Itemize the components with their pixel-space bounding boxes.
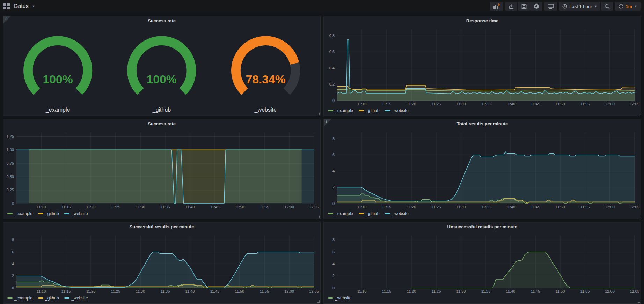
gauge-arc: 78.34% xyxy=(214,27,317,106)
legend-item-_github[interactable]: _github xyxy=(38,296,59,301)
panel-title[interactable]: Successful results per minute xyxy=(3,222,320,232)
svg-text:11:20: 11:20 xyxy=(407,289,416,294)
dashboards-grid-icon[interactable] xyxy=(3,3,10,10)
add-panel-button[interactable] xyxy=(490,2,503,11)
svg-text:1.25: 1.25 xyxy=(7,134,14,139)
panel-info-corner[interactable] xyxy=(324,119,331,127)
legend-swatch xyxy=(359,213,364,214)
gauge-_website: 78.34%_website xyxy=(214,27,317,113)
legend-series-name: _website xyxy=(392,211,408,216)
resize-handle[interactable] xyxy=(317,216,320,218)
resize-handle[interactable] xyxy=(638,113,640,115)
dashboard-title[interactable]: Gatus xyxy=(14,3,29,9)
legend-item-_website[interactable]: _website xyxy=(328,296,351,301)
svg-text:2: 2 xyxy=(332,185,335,189)
legend-series-name: _github xyxy=(45,211,59,216)
legend-item-_website[interactable]: _website xyxy=(64,296,88,301)
svg-text:8: 8 xyxy=(12,238,14,242)
svg-text:0.75: 0.75 xyxy=(7,161,14,165)
chart-unsuccessful-results[interactable]: 0246811:1011:1511:2011:2511:3011:3511:40… xyxy=(324,232,641,295)
gauge-row: 100%_example100%_github78.34%_website xyxy=(3,26,320,116)
legend-item-_github[interactable]: _github xyxy=(359,211,379,216)
svg-text:11:10: 11:10 xyxy=(357,289,367,294)
svg-text:4: 4 xyxy=(12,262,14,266)
svg-text:0: 0 xyxy=(332,286,335,290)
svg-text:11:30: 11:30 xyxy=(136,205,145,209)
svg-text:11:20: 11:20 xyxy=(86,289,96,294)
panel-title[interactable]: Total results per minute xyxy=(324,119,641,129)
zoom-out-icon xyxy=(605,4,610,9)
svg-text:11:50: 11:50 xyxy=(235,289,244,294)
panel-title[interactable]: Unsuccessful results per minute xyxy=(324,222,641,232)
svg-text:12:05: 12:05 xyxy=(309,205,319,209)
cycle-view-mode-button[interactable] xyxy=(544,2,557,11)
legend-series-name: _example xyxy=(14,296,32,301)
panel-success-rate-graph: Success rate 00.250.500.751.001.2511:101… xyxy=(3,119,321,219)
svg-text:11:15: 11:15 xyxy=(61,205,71,209)
panel-title[interactable]: Success rate xyxy=(3,119,320,129)
panel-info-corner[interactable] xyxy=(3,16,11,24)
gear-icon xyxy=(534,3,539,9)
resize-handle[interactable] xyxy=(317,113,320,115)
legend-item-_example[interactable]: _example xyxy=(7,296,32,301)
legend-item-_website[interactable]: _website xyxy=(385,211,408,216)
panel-response-time: Response time 00.20.40.60.811:1011:1511:… xyxy=(323,16,641,116)
add-panel-icon xyxy=(493,3,500,9)
legend-item-_website[interactable]: _website xyxy=(64,211,88,216)
svg-text:11:10: 11:10 xyxy=(37,205,46,209)
svg-text:11:40: 11:40 xyxy=(506,205,515,209)
svg-text:11:55: 11:55 xyxy=(580,205,590,209)
share-dashboard-button[interactable] xyxy=(505,2,517,11)
panel-title[interactable]: Response time xyxy=(324,16,641,26)
time-range-picker[interactable]: Last 1 hour ▼ xyxy=(559,2,600,11)
panel-unsuccessful-results: Unsuccessful results per minute 0246811:… xyxy=(323,222,641,304)
legend: _example_github_website xyxy=(3,295,320,303)
svg-text:11:30: 11:30 xyxy=(456,205,466,209)
chart-successful-results[interactable]: 0246811:1011:1511:2011:2511:3011:3511:40… xyxy=(3,232,320,295)
svg-text:11:40: 11:40 xyxy=(185,205,195,209)
svg-text:0.2: 0.2 xyxy=(329,82,335,86)
svg-text:0.8: 0.8 xyxy=(329,34,335,38)
dashboard-settings-button[interactable] xyxy=(530,2,542,11)
resize-handle[interactable] xyxy=(638,300,640,303)
legend-item-_website[interactable]: _website xyxy=(385,108,408,113)
dashboard-grid: i Success rate 100%_example100%_github78… xyxy=(0,13,644,304)
svg-text:11:50: 11:50 xyxy=(556,205,565,209)
chevron-down-icon: ▼ xyxy=(594,5,597,8)
save-dashboard-button[interactable] xyxy=(518,2,530,11)
legend-series-name: _website xyxy=(71,296,88,301)
refresh-picker[interactable]: 1m ▼ xyxy=(615,2,641,11)
chart-response-time[interactable]: 00.20.40.60.811:1011:1511:2011:2511:3011… xyxy=(324,26,641,107)
svg-text:0: 0 xyxy=(332,98,335,103)
panel-title[interactable]: Success rate xyxy=(3,16,320,26)
chart-success-rate[interactable]: 00.250.500.751.001.2511:1011:1511:2011:2… xyxy=(3,129,320,210)
chevron-down-icon[interactable]: ▼ xyxy=(32,5,35,8)
svg-text:11:50: 11:50 xyxy=(556,102,565,106)
legend-item-_github[interactable]: _github xyxy=(359,108,379,113)
legend-item-_example[interactable]: _example xyxy=(7,211,32,216)
gauge-value: 100% xyxy=(147,73,177,86)
svg-text:6: 6 xyxy=(332,250,335,254)
zoom-out-time-button[interactable] xyxy=(601,2,613,11)
legend-item-_github[interactable]: _github xyxy=(38,211,59,216)
svg-text:11:55: 11:55 xyxy=(580,289,590,294)
svg-text:11:10: 11:10 xyxy=(357,205,367,209)
resize-handle[interactable] xyxy=(638,216,640,218)
gauge-value: 78.34% xyxy=(246,73,285,86)
svg-text:11:20: 11:20 xyxy=(86,205,96,209)
legend: _example_github_website xyxy=(3,210,320,219)
legend-item-_example[interactable]: _example xyxy=(328,108,353,113)
legend-item-_example[interactable]: _example xyxy=(328,211,353,216)
resize-handle[interactable] xyxy=(317,300,320,303)
svg-text:11:30: 11:30 xyxy=(456,289,466,294)
legend-swatch xyxy=(38,297,43,299)
svg-text:11:30: 11:30 xyxy=(136,289,145,294)
panel-successful-results: Successful results per minute 0246811:10… xyxy=(3,222,321,304)
svg-text:12:00: 12:00 xyxy=(284,205,294,209)
legend: _example_github_website xyxy=(324,107,641,116)
svg-text:12:05: 12:05 xyxy=(630,205,639,209)
share-icon xyxy=(509,4,514,9)
svg-text:11:35: 11:35 xyxy=(481,289,491,294)
legend-series-name: _website xyxy=(392,108,408,113)
chart-total-results[interactable]: 0246811:1011:1511:2011:2511:3011:3511:40… xyxy=(324,129,641,210)
